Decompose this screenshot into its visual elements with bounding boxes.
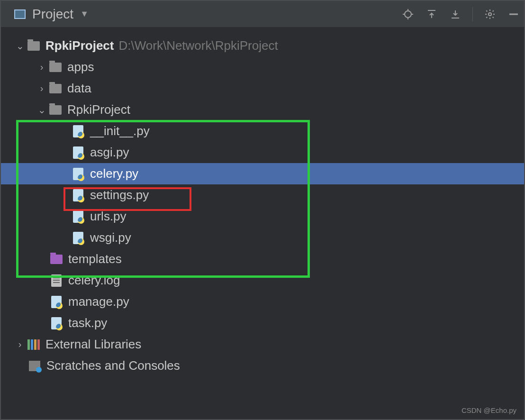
python-file-icon [73, 146, 83, 159]
chevron-down-icon[interactable]: ⌄ [36, 104, 47, 116]
tree-item-label: urls.py [90, 209, 127, 224]
tree-item-wsgi[interactable]: wsgi.py [1, 227, 524, 248]
watermark: CSDN @Echo.py [462, 406, 516, 414]
chevron-down-icon[interactable]: ⌄ [14, 40, 26, 52]
chevron-right-icon[interactable]: › [36, 83, 47, 94]
project-view-icon [14, 9, 26, 19]
tree-item-label: celery.py [90, 166, 138, 181]
titlebar-tool-icons [401, 7, 520, 21]
tree-item-label: templates [68, 252, 122, 266]
tree-item-label: celery.log [68, 273, 120, 288]
project-root-path: D:\Work\Network\RpkiProject [119, 38, 278, 53]
tree-item-data[interactable]: › data [1, 78, 524, 99]
tree-item-task[interactable]: task.py [1, 312, 524, 334]
svg-point-0 [405, 11, 411, 18]
tree-item-label: settings.py [90, 188, 149, 202]
expand-all-icon[interactable] [425, 8, 438, 21]
scratches-icon [29, 361, 40, 371]
tree-item-apps[interactable]: › apps [1, 56, 524, 78]
project-panel-titlebar: Project ▼ [1, 1, 524, 27]
tree-item-celery[interactable]: celery.py [1, 163, 524, 184]
tree-item-asgi[interactable]: asgi.py [1, 142, 524, 163]
python-file-icon [51, 317, 62, 329]
folder-icon [49, 63, 62, 72]
tree-item-manage[interactable]: manage.py [1, 291, 524, 312]
divider [472, 7, 473, 21]
python-file-icon [73, 210, 83, 223]
project-panel-label: Project [32, 7, 73, 22]
tree-item-label: task.py [68, 316, 107, 330]
tree-item-label: Scratches and Consoles [46, 358, 180, 373]
tree-item-celery-log[interactable]: celery.log [1, 270, 524, 291]
folder-icon [49, 84, 62, 93]
tree-item-templates[interactable]: templates [1, 248, 524, 270]
tree-scratches-consoles[interactable]: Scratches and Consoles [1, 355, 524, 376]
tree-item-label: data [67, 81, 91, 96]
tree-item-label: wsgi.py [90, 230, 131, 245]
folder-icon [27, 41, 40, 51]
tree-item-rpkiproject-sub[interactable]: ⌄ RpkiProject [1, 99, 524, 120]
external-libraries-icon [27, 339, 40, 350]
python-file-icon [73, 125, 83, 137]
collapse-all-icon[interactable] [449, 8, 462, 21]
python-file-icon [51, 296, 62, 308]
chevron-right-icon[interactable]: › [14, 339, 26, 350]
tree-item-settings[interactable]: settings.py [1, 184, 524, 206]
svg-point-9 [489, 13, 491, 16]
text-file-icon [51, 274, 62, 287]
tree-item-urls[interactable]: urls.py [1, 206, 524, 227]
templates-folder-icon [50, 255, 63, 264]
tree-item-label: asgi.py [90, 145, 129, 160]
hide-panel-icon[interactable] [507, 8, 520, 21]
tree-item-label: apps [67, 60, 94, 74]
tree-item-label: External Libraries [45, 337, 141, 352]
chevron-right-icon[interactable]: › [36, 62, 47, 73]
project-tree: ⌄ RpkiProject D:\Work\Network\RpkiProjec… [1, 27, 524, 376]
tree-item-label: __init__.py [90, 124, 150, 138]
project-root-name: RpkiProject [45, 38, 114, 53]
tree-item-label: RpkiProject [67, 102, 130, 117]
locate-icon[interactable] [401, 8, 415, 21]
settings-gear-icon[interactable] [483, 8, 497, 21]
tree-external-libraries[interactable]: › External Libraries [1, 334, 524, 355]
python-file-icon [73, 189, 83, 201]
python-file-icon [73, 168, 83, 180]
view-dropdown-caret-icon[interactable]: ▼ [80, 9, 89, 19]
tree-item-label: manage.py [68, 294, 129, 309]
folder-icon [49, 105, 62, 115]
tree-root-project[interactable]: ⌄ RpkiProject D:\Work\Network\RpkiProjec… [1, 35, 524, 56]
python-file-icon [73, 232, 83, 244]
tree-item-init[interactable]: __init__.py [1, 120, 524, 142]
